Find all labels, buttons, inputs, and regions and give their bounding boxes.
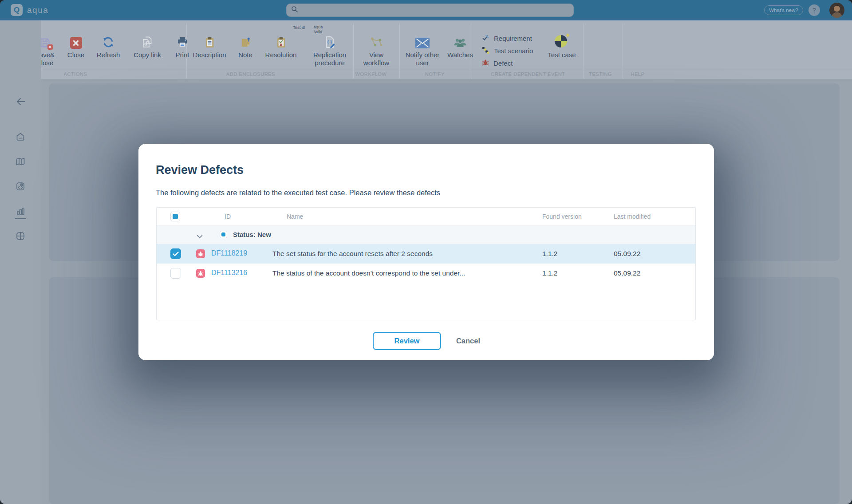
app-window: Q aqua What's new? ? Test it! aqua Wiki	[0, 0, 852, 504]
ribbon-section-create-dependent-event-testcase: Test case	[540, 20, 584, 59]
section-label-help: HELP	[631, 71, 644, 77]
back-arrow-icon[interactable]	[15, 96, 27, 109]
home-icon[interactable]	[15, 131, 26, 144]
ribbon-section-labels: ACTIONS ADD ENCLOSURES WORKFLOW NOTIFY C…	[0, 69, 852, 79]
help-button[interactable]: ?	[809, 4, 820, 16]
column-header-found-version[interactable]: Found version	[542, 213, 582, 220]
aqua-logo-icon: Q	[11, 4, 23, 16]
defect-name: The set status for the account resets af…	[272, 250, 433, 258]
svg-text:{ }: { }	[327, 39, 332, 44]
ribbon-section-workflow: View workflow	[354, 20, 398, 67]
defect-bug-icon	[196, 269, 205, 278]
row-checkbox-checked[interactable]	[170, 248, 181, 259]
select-all-checkbox[interactable]	[170, 212, 180, 221]
section-label-testing: TESTING	[589, 71, 612, 77]
section-label-add-enclosures: ADD ENCLOSURES	[226, 71, 275, 77]
left-sidebar	[0, 20, 41, 504]
dialog-title: Review Defects	[156, 163, 244, 177]
defect-id-link[interactable]: DF1118219	[211, 249, 247, 257]
defect-row[interactable]: DF1113216 The status of the account does…	[157, 264, 695, 283]
workflow-icon	[369, 32, 384, 49]
table-header: ID Name Found version Last modified	[157, 208, 695, 225]
ribbon-section-notify: Notify other user Watches	[402, 20, 474, 67]
active-nav-indicator	[15, 218, 26, 219]
view-workflow-button[interactable]: View workflow	[357, 20, 395, 67]
defect-id-link[interactable]: DF1113216	[211, 269, 247, 277]
indeterminate-mark	[221, 232, 225, 236]
dialog-subtitle: The following defects are related to the…	[156, 189, 440, 197]
section-label-actions: ACTIONS	[63, 71, 87, 77]
bug-icon	[482, 59, 489, 68]
refresh-button[interactable]: Refresh	[94, 20, 122, 59]
watches-button[interactable]: Watches	[446, 20, 474, 59]
column-header-name[interactable]: Name	[287, 213, 303, 220]
create-defect-item[interactable]: Defect	[482, 58, 533, 69]
defects-table: ID Name Found version Last modified Stat…	[156, 207, 696, 320]
ribbon-section-create-dependent-event: Requirement Test scenario Defect	[482, 33, 533, 69]
ribbon-section-add-enclosures: Description Note Resolution { } Replicat…	[190, 20, 353, 67]
test-scenario-icon	[482, 47, 489, 56]
whats-new-button[interactable]: What's new?	[764, 5, 803, 15]
chevron-down-icon[interactable]	[197, 232, 203, 240]
clipboard-icon	[203, 32, 216, 49]
resolution-button[interactable]: Resolution	[262, 20, 300, 59]
notify-other-user-button[interactable]: Notify other user	[402, 20, 443, 67]
envelope-icon	[415, 32, 430, 49]
group-checkbox[interactable]	[220, 231, 227, 238]
test-case-icon	[554, 32, 570, 49]
sticky-note-icon	[239, 32, 252, 49]
global-search[interactable]	[286, 4, 574, 17]
note-button[interactable]: Note	[235, 20, 256, 59]
column-header-id[interactable]: ID	[225, 213, 231, 220]
section-label-create-dependent-event: CREATE DEPENDENT EVENT	[491, 71, 565, 77]
close-red-icon	[70, 32, 82, 49]
printer-icon	[176, 32, 189, 49]
defect-name: The status of the account doesn’t corres…	[272, 269, 465, 277]
review-button[interactable]: Review	[373, 332, 441, 350]
code-document-icon: { }	[323, 32, 336, 49]
test-case-button[interactable]: Test case	[540, 20, 584, 59]
close-button[interactable]: Close	[65, 20, 87, 59]
description-button[interactable]: Description	[190, 20, 229, 59]
create-requirement-item[interactable]: Requirement	[482, 33, 533, 44]
people-icon	[453, 32, 468, 49]
review-defects-dialog: Review Defects The following defects are…	[138, 144, 714, 360]
replication-precedure-button[interactable]: { } Replication precedure	[306, 20, 353, 67]
copy-link-icon	[141, 32, 154, 49]
ribbon-toolbar: Test it! aqua Wiki Save ✕ Save& Close	[0, 20, 852, 79]
defect-found-version: 1.1.2	[542, 269, 557, 277]
defect-row[interactable]: DF1118219 The set status for the account…	[157, 244, 695, 264]
cancel-button[interactable]: Cancel	[449, 332, 487, 350]
group-row-status-new[interactable]: Status: New	[157, 225, 695, 244]
script-icon[interactable]	[15, 181, 26, 193]
search-input[interactable]	[302, 7, 569, 14]
defect-bug-icon	[196, 249, 205, 258]
refresh-icon	[102, 32, 115, 49]
column-header-last-modified[interactable]: Last modified	[614, 213, 651, 220]
copy-link-button[interactable]: Copy link	[130, 20, 165, 59]
top-bar: Q aqua What's new? ?	[0, 0, 852, 20]
group-label: Status: New	[233, 231, 271, 238]
row-checkbox-unchecked[interactable]	[170, 268, 181, 279]
create-test-scenario-item[interactable]: Test scenario	[482, 45, 533, 57]
bar-chart-icon[interactable]	[15, 206, 26, 218]
brand-logo: Q aqua	[11, 4, 48, 16]
close-badge-icon: ✕	[47, 44, 53, 50]
brand-wordmark: aqua	[27, 5, 48, 15]
map-icon[interactable]	[15, 156, 26, 169]
grid-icon[interactable]	[15, 231, 26, 243]
defect-found-version: 1.1.2	[542, 250, 557, 258]
clipboard-check-icon	[275, 32, 288, 49]
section-label-workflow: WORKFLOW	[355, 71, 387, 77]
defect-last-modified: 05.09.22	[614, 250, 640, 258]
requirement-icon	[482, 34, 489, 43]
indeterminate-mark	[173, 214, 178, 219]
section-label-notify: NOTIFY	[425, 71, 445, 77]
user-avatar[interactable]	[829, 3, 844, 18]
defect-last-modified: 05.09.22	[614, 269, 640, 277]
search-icon	[291, 6, 298, 15]
